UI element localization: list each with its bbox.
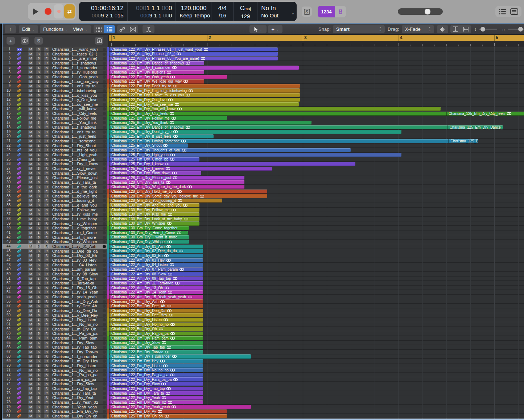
snap-select[interactable]: Smart ⌃⌄ [333, 25, 385, 33]
track-header-row[interactable]: 36MSRCharisma_1...Follow_me [3, 208, 109, 212]
track-header-row[interactable]: 51MSRCharisma_1...9_Tap_tap [3, 276, 109, 281]
track-onoff-button[interactable] [103, 401, 106, 404]
solo-button[interactable]: S [36, 148, 41, 152]
region[interactable]: Charisma_125_Fm_Dry_Oh_oh [110, 414, 227, 418]
region[interactable]: Charisma_122_Bm_Dry_No_no_no [110, 323, 203, 327]
record-enable-button[interactable]: R [44, 318, 49, 322]
track-onoff-button[interactable] [103, 355, 106, 358]
region[interactable]: Charisma_122_Fm_Dry_Our_love [110, 98, 300, 102]
track-header-row[interactable]: 42MSRCharisma_1...nt_it_more [3, 235, 109, 240]
track-header-row[interactable]: 67MSRCharisma_1...Dry_Tara-ta [3, 350, 109, 354]
bar-ruler[interactable]: 12345 [109, 35, 524, 47]
track-header-row[interactable]: 28MSRCharisma_1...Slow_down [3, 171, 109, 176]
region[interactable]: Charisma_130_Gm_Dry_Here_I_Come [110, 231, 188, 235]
track-header-row[interactable]: 11MSRCharisma_1...o_kiss_you [3, 93, 109, 98]
track-header-row[interactable]: 1MSRCharisma_1..._want_you) [3, 47, 109, 52]
solo-button[interactable]: S [36, 199, 41, 203]
mute-button[interactable]: M [28, 323, 33, 327]
record-enable-button[interactable]: R [44, 369, 49, 373]
track-onoff-button[interactable] [103, 222, 106, 225]
mute-button[interactable]: M [28, 355, 33, 359]
slider-knob[interactable] [425, 9, 430, 14]
track-header-row[interactable]: 58MSRCharisma_1...ry_Dee_Da [3, 308, 109, 313]
solo-button[interactable]: S [36, 75, 41, 79]
region[interactable]: Charisma_122_Am_Dry_04_Listen [110, 263, 203, 267]
track-onoff-button[interactable] [103, 107, 106, 111]
master-volume-slider[interactable] [398, 8, 443, 15]
solo-button[interactable]: S [36, 364, 41, 368]
track-header-row[interactable]: 23MSRCharisma_1...hts_of_you [3, 148, 109, 153]
cycle-range[interactable]: 12345 [109, 35, 524, 41]
track-onoff-button[interactable] [103, 254, 106, 257]
track-onoff-button[interactable] [103, 94, 106, 97]
solo-button[interactable]: S [36, 70, 41, 74]
track-onoff-button[interactable] [103, 126, 106, 129]
track-header-row[interactable]: 34MSRCharisma_1...loosing_it [3, 198, 109, 203]
track-header-row[interactable]: 27MSRCharisma_1...ry_I_never [3, 166, 109, 171]
track-header-row[interactable]: 9MSRCharisma_1...on't_try_to [3, 84, 109, 88]
track-header-row[interactable]: 77MSRCharisma_1...Dry_Yeah [3, 395, 109, 400]
functions-menu-button[interactable]: Functions⌄ [40, 25, 71, 33]
solo-button[interactable]: S [36, 387, 41, 391]
record-enable-button[interactable]: R [44, 139, 49, 143]
track-header-row[interactable]: 18MSRCharisma_1...f_shadows [3, 125, 109, 130]
track-onoff-button[interactable] [103, 167, 106, 170]
track-header-row[interactable]: 57MSRCharisma_1...ry_Dee_Ah [3, 304, 109, 308]
record-enable-button[interactable]: R [44, 300, 49, 304]
track-onoff-button[interactable] [103, 66, 106, 70]
track-onoff-button[interactable] [103, 415, 106, 418]
region[interactable]: Charisma_125_Em_Dry_It_just_feels [110, 134, 214, 138]
region[interactable]: Charisma_130_Bm_Dry_And_me_and_you [110, 203, 199, 207]
track-header-row[interactable]: 76MSRCharisma_1...ry_Tara_ta [3, 391, 109, 396]
track-onoff-button[interactable] [103, 71, 106, 74]
track-onoff-button[interactable] [103, 392, 106, 395]
lcd-display[interactable]: 01:00:16:12 0009 2 1 015 0001 1 1 000 00… [79, 2, 297, 21]
record-enable-button[interactable]: R [44, 57, 49, 61]
solo-button[interactable]: S [36, 304, 41, 308]
region[interactable]: Charisma_122_Am_Dry_Phrases_01_(I_just_w… [110, 47, 278, 51]
track-onoff-button[interactable] [103, 89, 106, 92]
track-header-row[interactable]: 52MSRCharisma_1...Tara-ta-ta [3, 281, 109, 286]
region[interactable]: Charisma_122_Am_Dry_07_Pam_param [110, 267, 203, 271]
track-onoff-button[interactable] [103, 323, 106, 326]
track-onoff-button[interactable] [103, 195, 106, 198]
mute-button[interactable]: M [28, 212, 33, 216]
record-enable-button[interactable]: R [44, 409, 49, 413]
track-onoff-button[interactable] [103, 382, 106, 386]
record-enable-button[interactable]: R [44, 236, 49, 240]
record-enable-button[interactable]: R [44, 203, 49, 207]
track-onoff-button[interactable] [103, 245, 106, 248]
record-enable-button[interactable]: R [44, 359, 49, 363]
track-onoff-button[interactable] [103, 217, 106, 221]
mute-button[interactable]: M [28, 350, 33, 354]
mute-button[interactable]: M [28, 236, 33, 240]
record-enable-button[interactable]: R [44, 341, 49, 345]
track-onoff-button[interactable] [103, 268, 106, 271]
record-enable-button[interactable]: R [44, 47, 49, 51]
region[interactable]: Charisma_122_Am_Dry_02_Dee_da_da [110, 249, 203, 253]
track-header-row[interactable]: 32MSRCharisma_1...d_me_tight [3, 189, 109, 194]
track-header-row[interactable]: 70MSRCharisma_1...Dry_Listen [3, 363, 109, 368]
record-enable-button[interactable]: R [44, 355, 49, 359]
mute-button[interactable]: M [28, 231, 33, 235]
solo-button[interactable]: S [36, 130, 41, 134]
track-header-row[interactable]: 37MSRCharisma_1...ry_Kiss_me [3, 212, 109, 217]
mute-button[interactable]: M [28, 112, 33, 116]
record-enable-button[interactable]: R [44, 263, 49, 267]
track-onoff-button[interactable] [103, 328, 106, 331]
record-enable-button[interactable]: R [44, 52, 49, 56]
track-header-row[interactable]: 71MSRCharisma_1..._No_no_no [3, 368, 109, 373]
mute-button[interactable]: M [28, 281, 33, 285]
track-onoff-button[interactable] [103, 53, 106, 56]
region[interactable]: Charisma_122_Am_Dry_08_Slow [110, 272, 203, 276]
region[interactable]: Charisma_122_Am_Dry_Phrases_02_( [110, 52, 278, 56]
track-header-row[interactable]: 56MSRCharisma_1...m_Dry_Aah [3, 299, 109, 304]
record-enable-button[interactable]: R [44, 144, 49, 148]
track-header-row[interactable]: 4MSRCharisma_1...f_shadows [3, 61, 109, 66]
region[interactable]: Charisma_122_Fm_Dry_Yeah_yeah [110, 405, 251, 409]
track-onoff-button[interactable] [103, 80, 106, 83]
region[interactable]: Charisma_122_Fm_Dry_No_no_no [110, 368, 203, 372]
region[interactable]: Charisma_122_Fm_Dry_You_will_know [110, 107, 441, 111]
mute-button[interactable]: M [28, 277, 33, 281]
solo-button[interactable]: S [36, 277, 41, 281]
